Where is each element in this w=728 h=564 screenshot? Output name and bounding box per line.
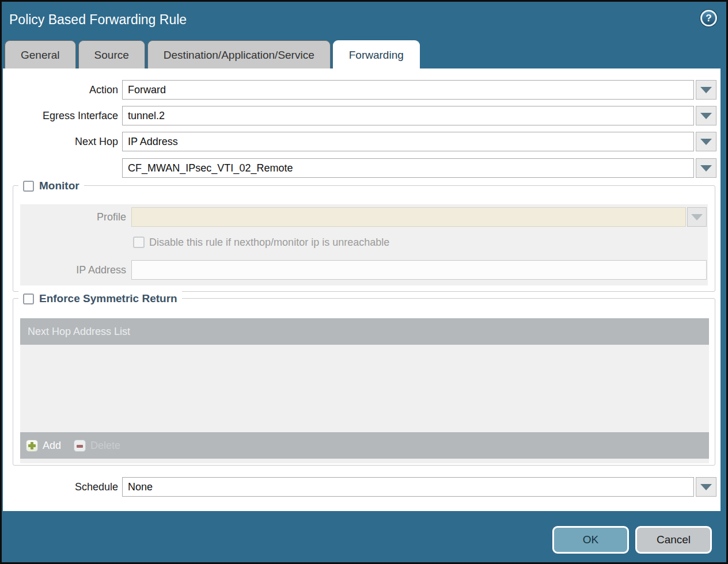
action-dropdown-button[interactable] [696, 80, 716, 100]
monitor-checkbox[interactable] [23, 181, 34, 192]
schedule-select[interactable]: None [122, 477, 694, 497]
profile-dropdown-button[interactable] [687, 207, 707, 227]
help-icon[interactable]: ? [700, 10, 717, 26]
egress-interface-select[interactable]: tunnel.2 [122, 106, 694, 125]
chevron-down-icon [700, 484, 712, 490]
plus-icon [26, 440, 38, 452]
chevron-down-icon [700, 139, 712, 145]
add-button[interactable]: Add [26, 440, 61, 452]
chevron-down-icon [700, 113, 712, 119]
egress-interface-label: Egress Interface [3, 106, 118, 125]
add-button-label: Add [43, 440, 61, 452]
enforce-symmetric-return-checkbox[interactable] [23, 294, 34, 304]
next-hop-address-dropdown-button[interactable] [696, 158, 716, 178]
next-hop-label: Next Hop [3, 132, 118, 151]
dialog-title: Policy Based Forwarding Rule [9, 12, 187, 28]
ok-button[interactable]: OK [552, 526, 629, 554]
next-hop-type-dropdown-button[interactable] [696, 132, 716, 151]
schedule-label: Schedule [3, 477, 118, 497]
enforce-symmetric-return-title: Enforce Symmetric Return [39, 292, 177, 305]
tab-destination-application-service[interactable]: Destination/Application/Service [147, 40, 331, 68]
profile-label: Profile [20, 207, 126, 227]
chevron-down-icon [691, 214, 703, 220]
delete-button-label: Delete [90, 440, 120, 452]
chevron-down-icon [700, 165, 712, 172]
pbf-rule-dialog: Policy Based Forwarding Rule ? General S… [0, 0, 728, 564]
monitor-ip-address-input[interactable] [131, 260, 707, 280]
chevron-down-icon [700, 87, 712, 93]
disable-rule-checkbox[interactable] [133, 237, 145, 248]
monitor-fieldset: Monitor Profile Disable this rule if nex… [13, 185, 715, 292]
action-select[interactable]: Forward [122, 80, 694, 100]
delete-button[interactable]: Delete [74, 440, 120, 452]
minus-icon [74, 440, 86, 452]
table-body [20, 345, 709, 432]
next-hop-address-table: Next Hop Address List Add Delete [20, 318, 709, 463]
table-header-next-hop-address-list: Next Hop Address List [20, 318, 709, 345]
monitor-ip-address-label: IP Address [20, 260, 126, 280]
monitor-panel: Profile Disable this rule if nexthop/mon… [20, 204, 708, 285]
symmetric-return-fieldset: Enforce Symmetric Return Next Hop Addres… [13, 298, 715, 466]
egress-interface-dropdown-button[interactable] [696, 106, 716, 125]
table-toolbar: Add Delete [20, 432, 709, 459]
tab-general[interactable]: General [5, 40, 76, 68]
forwarding-panel: Action Forward Egress Interface tunnel.2… [3, 68, 721, 511]
help-glyph: ? [706, 13, 711, 24]
monitor-legend: Monitor [18, 178, 84, 193]
monitor-title: Monitor [39, 180, 79, 192]
tab-bar: General Source Destination/Application/S… [5, 40, 420, 68]
next-hop-type-select[interactable]: IP Address [122, 132, 694, 151]
profile-select[interactable] [131, 207, 686, 227]
table-bottom-strip [20, 459, 709, 463]
symmetric-return-legend: Enforce Symmetric Return [18, 291, 182, 306]
next-hop-address-select[interactable]: CF_MWAN_IPsec_VTI_02_Remote [122, 158, 694, 178]
tab-source[interactable]: Source [78, 40, 145, 68]
tab-forwarding[interactable]: Forwarding [333, 40, 420, 68]
action-label: Action [3, 80, 118, 100]
disable-rule-label: Disable this rule if nexthop/monitor ip … [149, 237, 389, 249]
cancel-button[interactable]: Cancel [635, 526, 712, 554]
schedule-dropdown-button[interactable] [696, 477, 716, 497]
